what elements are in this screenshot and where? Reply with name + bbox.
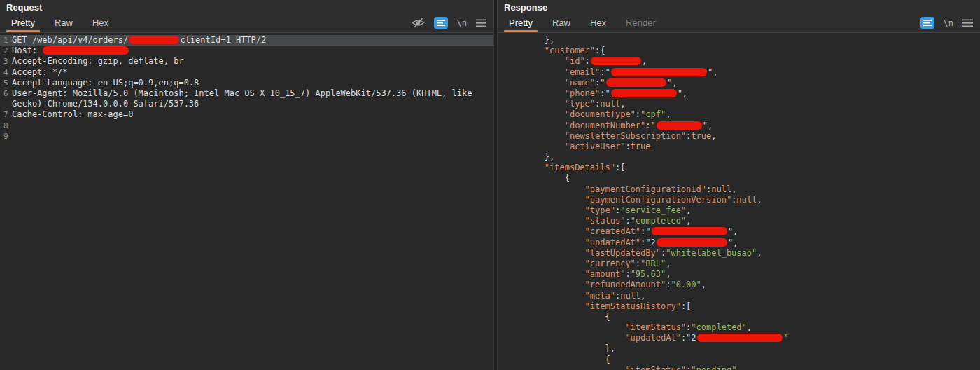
request-toolbar: \n <box>412 17 486 29</box>
code-line[interactable]: "documentNumber":"", <box>498 121 980 131</box>
code-line[interactable]: 3Accept-Encoding: gzip, deflate, br <box>0 56 493 67</box>
code-line-text: GET /web/api/v4/orders/clientId=1 HTTP/2 <box>12 35 266 46</box>
code-line-text: "email":"", <box>498 67 718 78</box>
code-line[interactable]: "type":null, <box>498 99 980 109</box>
response-tabs: Pretty Raw Hex Render <box>499 13 666 32</box>
response-tab-pretty[interactable]: Pretty <box>499 13 542 32</box>
editor-menu-icon[interactable] <box>962 19 973 27</box>
eye-slash-icon[interactable] <box>412 18 425 28</box>
code-line[interactable]: { <box>498 355 980 365</box>
newline-icon[interactable]: \n <box>457 18 467 28</box>
code-line-text: "itemsDetails":[ <box>498 163 625 173</box>
redaction-box <box>657 238 727 247</box>
code-line[interactable]: }, <box>498 343 980 354</box>
code-line[interactable]: { <box>498 312 980 322</box>
code-line[interactable]: }, <box>498 35 980 46</box>
redaction-box <box>591 57 641 65</box>
code-line-text: "activeUser":true <box>498 142 651 152</box>
code-line-text: "itemStatus":"pending" <box>498 365 736 370</box>
code-line[interactable]: "refundedAmount":"0.00", <box>498 280 980 290</box>
code-line-text: { <box>498 173 570 184</box>
http-message-viewer: Request Pretty Raw Hex <box>0 0 980 370</box>
code-line[interactable]: "id":, <box>498 56 980 67</box>
response-editor[interactable]: }, "customer":{ "id":, "email":"", "name… <box>498 33 980 370</box>
request-tab-hex[interactable]: Hex <box>83 13 118 32</box>
code-line[interactable]: 9 <box>0 131 493 142</box>
syntax-highlight-icon[interactable] <box>920 17 934 29</box>
response-tab-hex[interactable]: Hex <box>580 13 616 32</box>
code-line-text: "id":, <box>498 56 647 67</box>
code-line[interactable]: "itemStatus":"completed", <box>498 322 980 333</box>
code-line[interactable]: 8 <box>0 121 493 131</box>
code-line[interactable]: 4Accept: */* <box>0 67 493 78</box>
code-line-text: User-Agent: Mozilla/5.0 (Macintosh; Inte… <box>12 88 472 99</box>
code-line[interactable]: "updatedAt":"2" <box>498 333 980 343</box>
code-line[interactable]: "currency":"BRL", <box>498 259 980 269</box>
code-line[interactable]: "itemsDetails":[ <box>498 163 980 173</box>
code-line[interactable]: "activeUser":true <box>498 142 980 152</box>
redaction-box <box>657 121 702 130</box>
code-line[interactable]: "status":"completed", <box>498 216 980 226</box>
code-line-text: "documentType":"cpf", <box>498 109 671 120</box>
code-line[interactable]: 7Cache-Control: max-age=0 <box>0 109 493 120</box>
code-line[interactable]: "updatedAt":"2", <box>498 238 980 248</box>
line-number: 4 <box>0 67 12 78</box>
redaction-box <box>606 78 667 87</box>
line-number: 1 <box>0 35 12 46</box>
code-line[interactable]: "paymentConfigurationVersion":null, <box>498 195 980 205</box>
code-line-text: }, <box>498 35 554 46</box>
line-number: 7 <box>0 109 12 120</box>
request-tab-raw[interactable]: Raw <box>45 13 83 32</box>
code-line-text: "paymentConfigurationId":null, <box>498 184 736 195</box>
code-line-text: "itemStatus":"completed", <box>498 322 752 333</box>
code-line-text: }, <box>498 152 554 163</box>
line-number: 9 <box>0 131 12 142</box>
code-line[interactable]: "lastUpdatedBy":"whitelabel_busao", <box>498 248 980 259</box>
code-line[interactable]: "name":"", <box>498 78 980 88</box>
line-number: 5 <box>0 78 12 88</box>
code-line-text: "lastUpdatedBy":"whitelabel_busao", <box>498 248 762 259</box>
request-editor[interactable]: 1GET /web/api/v4/orders/clientId=1 HTTP/… <box>0 33 493 370</box>
code-line[interactable]: "paymentConfigurationId":null, <box>498 184 980 195</box>
newline-icon[interactable]: \n <box>944 18 953 28</box>
code-line[interactable]: "meta":null, <box>498 291 980 301</box>
code-line-text: "type":null, <box>498 99 625 109</box>
code-line[interactable]: "createdAt":"", <box>498 226 980 237</box>
code-line[interactable]: 1GET /web/api/v4/orders/clientId=1 HTTP/… <box>0 35 493 46</box>
redaction-box <box>43 46 129 55</box>
code-line[interactable]: "documentType":"cpf", <box>498 109 980 120</box>
code-line[interactable]: "type":"service_fee", <box>498 205 980 216</box>
response-tab-raw[interactable]: Raw <box>542 13 580 32</box>
code-line-text: Gecko) Chrome/134.0.0.0 Safari/537.36 <box>12 99 199 109</box>
code-line-text: "documentNumber":"", <box>498 121 713 131</box>
request-tabbar: Pretty Raw Hex <box>0 13 493 33</box>
code-line[interactable]: "customer":{ <box>498 46 980 56</box>
code-line[interactable]: }, <box>498 152 980 163</box>
code-line[interactable]: "amount":"95.63", <box>498 269 980 280</box>
code-line-text: "createdAt":"", <box>498 226 738 237</box>
code-line-text: "meta":null, <box>498 291 645 301</box>
code-line[interactable]: "phone":"", <box>498 88 980 99</box>
line-number: 2 <box>0 46 12 56</box>
line-number <box>0 99 12 109</box>
response-panel: Response Pretty Raw Hex Render \n <box>498 0 980 370</box>
code-line[interactable]: "itemStatus":"pending" <box>498 365 980 370</box>
code-line-text: Accept-Language: en-US;q=0.9,en;q=0.8 <box>12 78 199 88</box>
code-line-text: "itemStatusHistory":[ <box>498 301 691 312</box>
code-line-text: "updatedAt":"2", <box>498 238 738 248</box>
code-line[interactable]: "email":"", <box>498 67 980 78</box>
line-number: 6 <box>0 88 12 99</box>
code-line[interactable]: Gecko) Chrome/134.0.0.0 Safari/537.36 <box>0 99 493 109</box>
request-tab-pretty[interactable]: Pretty <box>1 13 45 32</box>
code-line[interactable]: 6User-Agent: Mozilla/5.0 (Macintosh; Int… <box>0 88 493 99</box>
code-line-text: Accept-Encoding: gzip, deflate, br <box>12 56 184 67</box>
editor-menu-icon[interactable] <box>476 19 486 27</box>
response-tab-render[interactable]: Render <box>616 13 666 32</box>
code-line[interactable]: 2Host: <box>0 46 493 56</box>
syntax-highlight-icon[interactable] <box>434 17 448 29</box>
code-line[interactable]: "newsletterSubscription":true, <box>498 131 980 142</box>
code-line[interactable]: { <box>498 173 980 184</box>
code-line[interactable]: 5Accept-Language: en-US;q=0.9,en;q=0.8 <box>0 78 493 88</box>
code-line[interactable]: "itemStatusHistory":[ <box>498 301 980 312</box>
code-line-text: "amount":"95.63", <box>498 269 671 280</box>
